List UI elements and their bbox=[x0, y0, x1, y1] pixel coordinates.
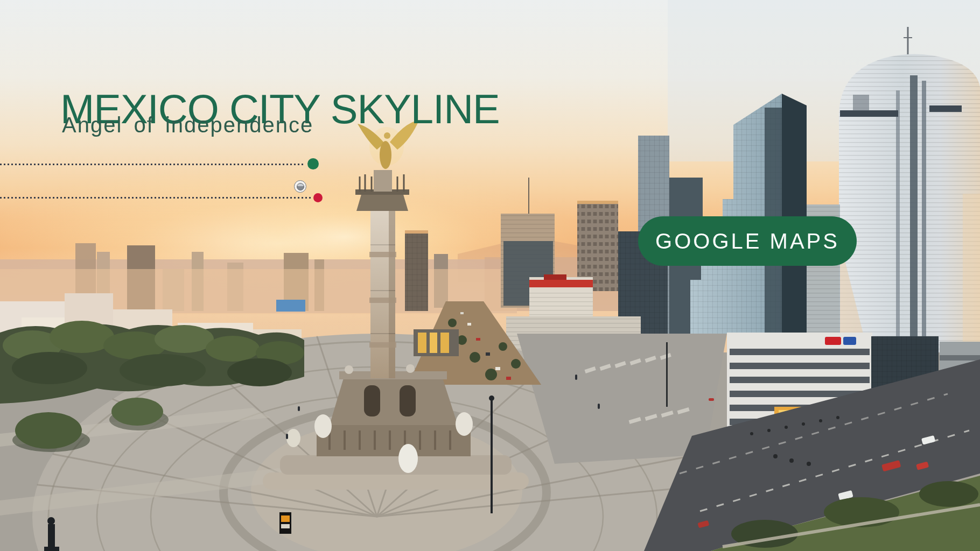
coin-emblem-icon bbox=[294, 180, 306, 193]
red-dot-icon bbox=[313, 193, 323, 202]
leader-line-top bbox=[0, 164, 303, 165]
google-maps-button-label: GOOGLE MAPS bbox=[655, 229, 839, 253]
leader-line-bottom bbox=[0, 197, 312, 199]
google-maps-button[interactable]: GOOGLE MAPS bbox=[638, 216, 857, 266]
green-dot-icon bbox=[307, 158, 319, 169]
banner-stage: MEXICO CITY SKYLINE Angel of independenc… bbox=[0, 0, 980, 551]
coin-emblem-inner bbox=[297, 183, 304, 190]
page-subtitle: Angel of independence bbox=[62, 113, 313, 137]
banner-overlay: MEXICO CITY SKYLINE Angel of independenc… bbox=[0, 0, 980, 551]
